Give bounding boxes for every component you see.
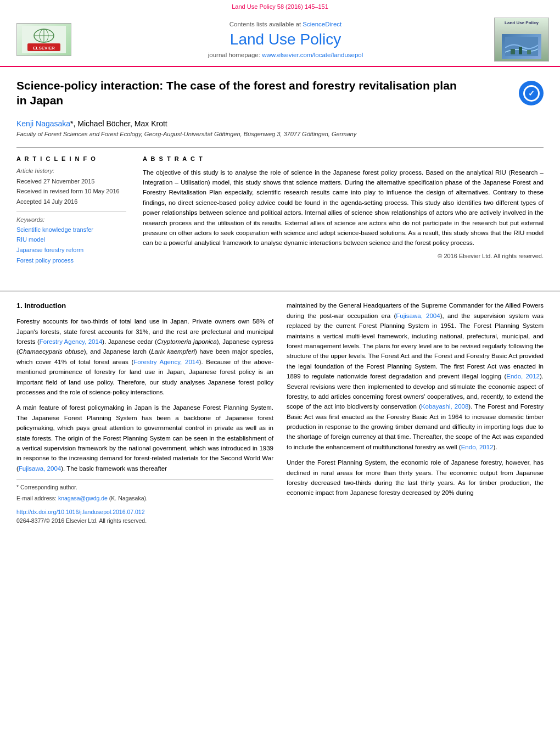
article-info-panel: A R T I C L E I N F O Article history: R… [16, 155, 126, 266]
doi-bar: Land Use Policy 58 (2016) 145–151 [0, 0, 560, 12]
svg-rect-9 [519, 47, 522, 54]
abstract-panel: A B S T R A C T The objective of this st… [143, 155, 544, 266]
keyword-1[interactable]: Scientific knowledge transfer [16, 225, 126, 235]
elsevier-logo: ELSEVIER [11, 23, 77, 56]
author-names: Kenji Nagasaka*, Michael Böcher, Max Kro… [16, 119, 167, 128]
keyword-3[interactable]: Japanese forestry reform [16, 245, 126, 255]
ref-kobayashi-2008[interactable]: Kobayashi, 2008 [421, 403, 469, 410]
contents-available: Contents lists available at ScienceDirec… [77, 21, 494, 27]
body-para-3: maintained by the General Headquarters o… [287, 300, 544, 452]
affiliation: Faculty of Forest Sciences and Forest Ec… [16, 131, 544, 137]
copyright: © 2016 Elsevier Ltd. All rights reserved… [143, 253, 544, 259]
email-link[interactable]: knagasa@gwdg.de [58, 495, 108, 501]
journal-cover-image: Land Use Policy [494, 18, 549, 62]
crossmark-icon: ✓ [523, 85, 540, 102]
ref-endo-2012-1[interactable]: Endo, 2012 [506, 373, 540, 380]
footnote-area: * Corresponding author. E-mail address: … [16, 479, 273, 503]
doi-footer-area: http://dx.doi.org/10.1016/j.landusepol.2… [16, 507, 273, 526]
section-divider [0, 291, 560, 292]
article-title: Science-policy interaction: The case of … [16, 78, 467, 108]
section-1-heading: 1. Introduction [16, 300, 273, 312]
abstract-text: The objective of this study is to analys… [143, 168, 544, 248]
page: Land Use Policy 58 (2016) 145–151 ELSEVI… [0, 0, 560, 537]
article-info-title: A R T I C L E I N F O [16, 155, 126, 162]
author-link-1[interactable]: Kenji Nagasaka [16, 119, 70, 128]
received-date: Received 27 November 2015 Received in re… [16, 176, 126, 207]
footnote-corresponding: * Corresponding author. [16, 483, 273, 492]
info-divider [16, 211, 126, 212]
body-col-right: maintained by the General Headquarters o… [287, 300, 544, 526]
sciencedirect-link[interactable]: ScienceDirect [303, 21, 341, 27]
keyword-4[interactable]: Forest policy process [16, 255, 126, 266]
svg-text:ELSEVIER: ELSEVIER [33, 46, 55, 51]
body-section: 1. Introduction Forestry accounts for tw… [0, 300, 560, 537]
footnote-email: E-mail address: knagasa@gwdg.de (K. Naga… [16, 494, 273, 503]
crossmark-badge: ✓ [519, 81, 544, 105]
body-para-4: Under the Forest Planning System, the ec… [287, 458, 544, 498]
article-content: Science-policy interaction: The case of … [0, 67, 560, 285]
cover-image-area [502, 34, 541, 59]
issn-copyright: 0264-8377/© 2016 Elsevier Ltd. All right… [16, 516, 273, 526]
ref-endo-2012-2[interactable]: Endo, 2012 [461, 444, 494, 450]
article-info-abstract: A R T I C L E I N F O Article history: R… [16, 147, 544, 266]
svg-rect-8 [511, 49, 515, 54]
svg-rect-10 [527, 50, 531, 54]
homepage-url[interactable]: www.elsevier.com/locate/landusepol [262, 52, 363, 58]
body-col-left: 1. Introduction Forestry accounts for tw… [16, 300, 273, 526]
keywords-list: Scientific knowledge transfer RIU model … [16, 225, 126, 266]
cover-title-text: Land Use Policy [505, 20, 539, 26]
ref-fujisawa-2004-2[interactable]: Fujisawa, 2004 [396, 313, 440, 319]
ref-fujisawa-2004-1[interactable]: Fujisawa, 2004 [19, 465, 61, 472]
history-label: Article history: [16, 168, 126, 174]
doi-link[interactable]: http://dx.doi.org/10.1016/j.landusepol.2… [16, 507, 273, 517]
article-title-row: Science-policy interaction: The case of … [16, 78, 544, 113]
doi-text: Land Use Policy 58 (2016) 145–151 [232, 3, 328, 10]
ref-forestry-2014-2[interactable]: Forestry Agency, 2014 [133, 359, 199, 365]
body-para-2: A main feature of forest policymaking in… [16, 403, 273, 473]
ref-forestry-2014-1[interactable]: Forestry Agency, 2014 [40, 338, 103, 345]
abstract-title: A B S T R A C T [143, 155, 544, 162]
journal-title-center: Contents lists available at ScienceDirec… [77, 21, 494, 58]
author-2: Michael Böcher, Max Krott [77, 119, 167, 128]
body-para-1: Forestry accounts for two-thirds of tota… [16, 316, 273, 397]
keywords-title: Keywords: [16, 216, 126, 223]
elsevier-logo-image: ELSEVIER [16, 23, 71, 56]
journal-header: ELSEVIER Contents lists available at Sci… [0, 12, 560, 67]
homepage-link: journal homepage: www.elsevier.com/locat… [77, 52, 494, 58]
keyword-2[interactable]: RIU model [16, 235, 126, 245]
authors-line: Kenji Nagasaka*, Michael Böcher, Max Kro… [16, 119, 544, 128]
journal-name: Land Use Policy [77, 31, 494, 48]
